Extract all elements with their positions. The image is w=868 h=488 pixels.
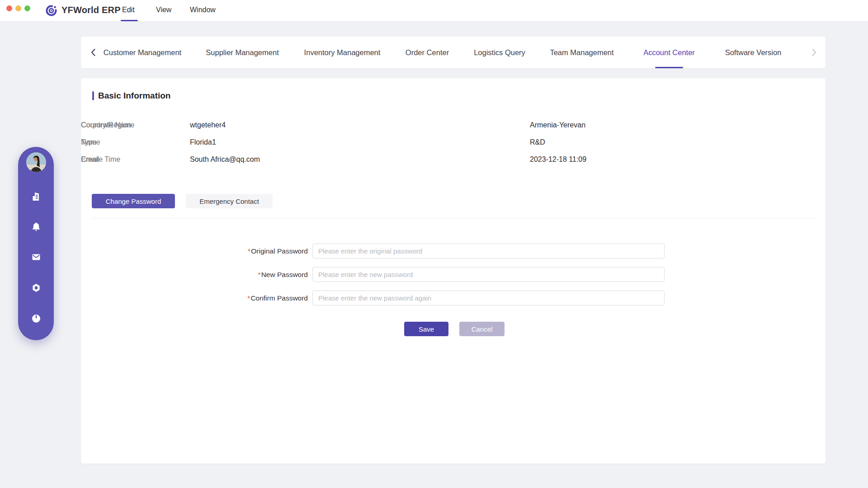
type-value: R&D <box>530 134 545 151</box>
new-password-label: *New Password <box>81 267 308 282</box>
minimize-window-button[interactable] <box>15 5 21 11</box>
account-center-panel: Basic Information Corporate Name wtgeteh… <box>81 78 826 464</box>
tab-customer-management[interactable]: Customer Management <box>104 37 181 68</box>
gear-icon[interactable] <box>31 282 42 293</box>
bell-icon[interactable] <box>31 221 42 232</box>
module-tabbar: Customer Management Supplier Management … <box>81 37 826 68</box>
required-mark: * <box>247 294 250 302</box>
cancel-button[interactable]: Cancel <box>459 322 505 336</box>
app-logo-icon <box>45 5 57 17</box>
required-mark: * <box>258 271 261 278</box>
menubar-edit[interactable]: Edit <box>122 6 135 14</box>
section-title-text: Basic Information <box>98 91 170 101</box>
tab-order-center[interactable]: Order Center <box>406 37 449 68</box>
section-divider <box>92 218 814 218</box>
change-password-button[interactable]: Change Password <box>92 194 175 208</box>
section-basic-information: Basic Information <box>92 91 170 101</box>
tabs-scroll-right-icon[interactable] <box>808 47 819 58</box>
required-mark: * <box>248 247 250 255</box>
avatar-image <box>26 152 46 172</box>
new-password-input[interactable] <box>312 267 665 282</box>
country-region-value: Armenia-Yerevan <box>530 117 585 134</box>
create-time-label: Create Time <box>81 151 520 168</box>
tab-inventory-management[interactable]: Inventory Management <box>304 37 381 68</box>
menu-active-underline <box>121 20 138 21</box>
menubar-window[interactable]: Window <box>190 6 216 14</box>
zoom-window-button[interactable] <box>24 5 30 11</box>
confirm-password-label: *Confirm Password <box>81 291 308 306</box>
window-titlebar: YFWorld ERP Edit View Window <box>0 0 868 22</box>
original-password-input[interactable] <box>312 244 665 258</box>
save-button[interactable]: Save <box>404 322 448 336</box>
building-icon[interactable] <box>31 191 42 202</box>
tab-software-version[interactable]: Software Version <box>725 37 782 68</box>
emergency-contact-button[interactable]: Emergency Contact <box>186 194 273 208</box>
confirm-password-input[interactable] <box>312 291 665 305</box>
mail-icon[interactable] <box>31 252 42 263</box>
user-avatar[interactable] <box>26 152 46 172</box>
section-accent-bar <box>92 91 94 100</box>
tab-team-management[interactable]: Team Management <box>550 37 613 68</box>
app-screen: YFWorld ERP Edit View Window Customer Ma… <box>0 0 868 488</box>
tab-logistics-query[interactable]: Logistics Query <box>474 37 525 68</box>
original-password-label: *Original Password <box>81 244 308 259</box>
tabs-scroll-left-icon[interactable] <box>88 47 99 58</box>
power-icon[interactable] <box>31 313 42 324</box>
tab-account-center-label: Account Center <box>643 48 695 56</box>
type-label: Type <box>81 134 520 151</box>
app-title: YFWorld ERP <box>61 5 121 15</box>
tab-account-center[interactable]: Account Center <box>643 37 695 68</box>
floating-sidebar <box>18 147 54 340</box>
create-time-value: 2023-12-18 11:09 <box>530 151 586 168</box>
close-window-button[interactable] <box>6 5 12 11</box>
country-region-label: Country/Region <box>81 117 520 134</box>
tab-supplier-management[interactable]: Supplier Management <box>206 37 278 68</box>
tab-active-underline <box>655 67 683 68</box>
menubar-view[interactable]: View <box>156 6 171 14</box>
